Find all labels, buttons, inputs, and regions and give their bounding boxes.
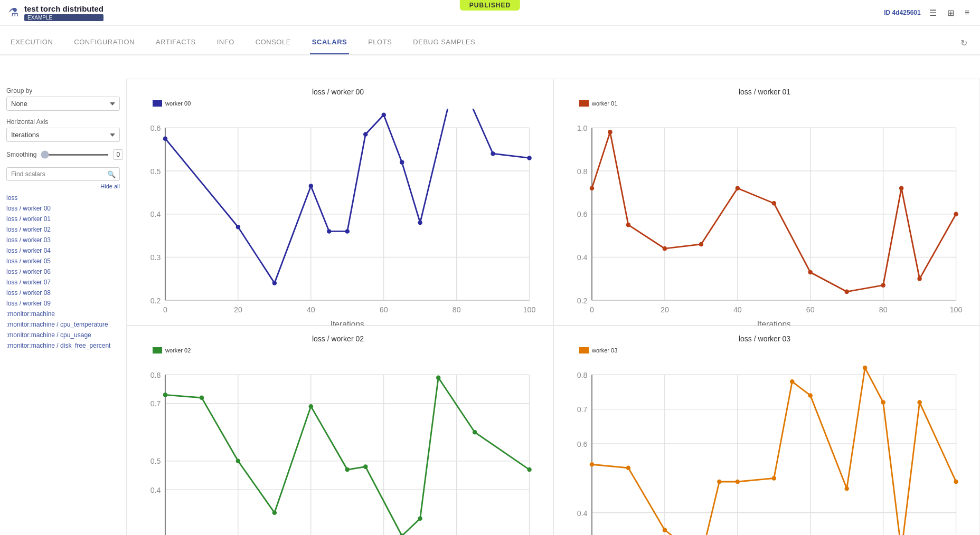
svg-point-69	[808, 270, 813, 275]
svg-point-147	[863, 366, 868, 370]
list-item[interactable]: loss / worker 03	[6, 235, 120, 245]
horizontal-axis-label: Horizontal Axis	[6, 118, 120, 126]
search-icon: 🔍	[107, 170, 116, 178]
svg-point-151	[954, 480, 958, 484]
svg-text:40: 40	[307, 305, 315, 314]
list-item[interactable]: loss / worker 06	[6, 266, 120, 277]
svg-text:0.4: 0.4	[150, 486, 161, 494]
svg-point-102	[236, 459, 241, 464]
svg-point-150	[917, 400, 922, 405]
svg-point-66	[699, 242, 704, 247]
svg-text:0.7: 0.7	[150, 399, 161, 408]
header-title-wrap: test torch distributed EXAMPLE	[24, 4, 103, 21]
svg-point-33	[418, 221, 422, 225]
chart-title-3: loss / worker 03	[558, 335, 971, 343]
list-item[interactable]: :monitor:machine / cpu_temperature	[6, 319, 120, 330]
svg-point-63	[608, 130, 612, 135]
horizontal-axis-select[interactable]: Iterations Time Epoch	[6, 128, 120, 142]
menu-icon-button[interactable]: ≡	[963, 6, 972, 20]
smoothing-slider[interactable]	[41, 154, 109, 156]
legend-label-0: worker 00	[165, 100, 191, 107]
svg-point-68	[772, 201, 777, 206]
svg-text:0.7: 0.7	[577, 405, 588, 414]
list-item[interactable]: loss	[6, 193, 120, 203]
svg-point-62	[590, 186, 595, 190]
chart-legend-1: worker 01	[579, 100, 971, 107]
svg-point-31	[381, 112, 386, 117]
svg-text:1.0: 1.0	[577, 124, 588, 132]
chart-svg-2: 0.20.40.50.70.8020406080100Iterations	[131, 356, 544, 535]
layout-icon-button[interactable]: ⊞	[945, 6, 956, 20]
svg-point-74	[954, 212, 958, 216]
list-item[interactable]: loss / worker 00	[6, 203, 120, 214]
published-bar: PUBLISHED	[460, 0, 520, 11]
list-item[interactable]: loss / worker 07	[6, 277, 120, 288]
chart-legend-2: worker 02	[153, 347, 544, 354]
svg-point-110	[473, 430, 477, 435]
list-item[interactable]: loss / worker 08	[6, 288, 120, 298]
tab-scalars[interactable]: SCALARS	[310, 32, 349, 54]
charts-area: loss / worker 00worker 000.20.30.40.50.6…	[127, 79, 980, 535]
svg-point-25	[236, 225, 241, 230]
tab-console[interactable]: CONSOLE	[253, 32, 293, 54]
legend-color-1	[579, 100, 589, 107]
svg-text:0.2: 0.2	[577, 297, 588, 305]
refresh-button[interactable]: ↻	[956, 32, 972, 54]
chart-svg-1: 0.20.40.60.81.0020406080100Iterations	[558, 109, 971, 342]
tab-artifacts[interactable]: ARTIFACTS	[154, 32, 198, 54]
tab-configuration[interactable]: CONFIGURATION	[72, 32, 137, 54]
chart-svg-3: 0.30.40.60.70.8020406080100Iterations	[558, 356, 971, 535]
svg-text:0.4: 0.4	[150, 210, 161, 218]
main-layout: Group by None Metric Variant Horizontal …	[0, 79, 980, 535]
svg-point-70	[844, 290, 849, 294]
search-input[interactable]	[6, 167, 120, 181]
chart-legend-0: worker 00	[153, 100, 544, 107]
svg-point-139	[663, 528, 667, 532]
svg-point-104	[309, 404, 314, 409]
legend-color-0	[153, 100, 162, 107]
scalar-list: loss loss / worker 00 loss / worker 01 l…	[6, 193, 120, 351]
tab-plots[interactable]: PLOTS	[366, 32, 394, 54]
svg-text:100: 100	[950, 305, 963, 314]
svg-point-138	[626, 466, 631, 471]
svg-text:40: 40	[733, 305, 742, 314]
legend-label-1: worker 01	[592, 100, 617, 107]
list-item[interactable]: loss / worker 05	[6, 256, 120, 266]
svg-text:0.4: 0.4	[577, 253, 588, 262]
list-item[interactable]: :monitor:machine / disk_free_percent	[6, 340, 120, 351]
svg-text:0.6: 0.6	[577, 210, 588, 218]
group-by-row: Group by None Metric Variant	[6, 87, 120, 111]
group-by-select[interactable]: None Metric Variant	[6, 97, 120, 111]
hide-all-button[interactable]: Hide all	[6, 183, 120, 189]
svg-point-106	[363, 464, 368, 469]
tab-info[interactable]: INFO	[215, 32, 237, 54]
list-icon-button[interactable]: ☰	[927, 6, 939, 20]
legend-label-3: worker 03	[592, 347, 617, 354]
svg-point-103	[272, 511, 277, 515]
tab-execution[interactable]: EXECUTION	[8, 32, 55, 54]
smoothing-value: 0	[113, 149, 123, 160]
svg-text:0.4: 0.4	[577, 509, 588, 518]
list-item[interactable]: loss / worker 09	[6, 298, 120, 309]
svg-point-101	[200, 396, 204, 400]
svg-text:0.3: 0.3	[150, 253, 161, 262]
tab-debug-samples[interactable]: DEBUG SAMPLES	[411, 32, 477, 54]
svg-point-105	[345, 467, 350, 472]
smoothing-row: Smoothing 0	[6, 149, 120, 160]
svg-point-148	[881, 400, 885, 405]
chart-title-1: loss / worker 01	[558, 88, 971, 96]
svg-text:60: 60	[380, 305, 388, 314]
svg-text:80: 80	[453, 305, 461, 314]
list-item[interactable]: loss / worker 01	[6, 214, 120, 224]
list-item[interactable]: :monitor:machine / cpu_usage	[6, 330, 120, 340]
list-item[interactable]: loss / worker 02	[6, 224, 120, 235]
svg-text:0.6: 0.6	[577, 440, 588, 448]
svg-point-145	[808, 393, 813, 398]
example-badge: EXAMPLE	[24, 14, 103, 21]
svg-point-24	[163, 136, 168, 141]
chart-svg-0: 0.20.30.40.50.6020406080100Iterations	[131, 109, 544, 342]
svg-point-28	[327, 229, 332, 234]
list-item[interactable]: :monitor:machine	[6, 309, 120, 319]
svg-point-111	[527, 467, 532, 472]
list-item[interactable]: loss / worker 04	[6, 245, 120, 256]
